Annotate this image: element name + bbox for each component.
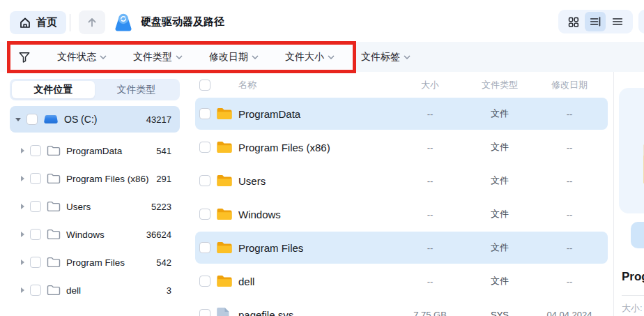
tree-item-users[interactable]: Users 5223	[10, 193, 180, 220]
table-row[interactable]: Windows -- 文件 --	[195, 198, 608, 230]
folder-outline-icon	[47, 285, 61, 296]
select-all-checkbox[interactable]	[199, 80, 210, 91]
caret-right-icon[interactable]	[21, 287, 24, 293]
checkbox[interactable]	[30, 229, 41, 240]
tab-file-location[interactable]: 文件位置	[12, 81, 95, 98]
folder-icon	[216, 207, 233, 221]
column-header-type[interactable]: 文件类型	[468, 79, 531, 91]
folder-icon	[216, 241, 233, 255]
file-size: --	[392, 142, 468, 153]
checkbox[interactable]	[30, 145, 41, 156]
checkbox[interactable]	[199, 209, 210, 220]
folder-outline-icon	[47, 229, 61, 240]
file-type: 文件	[468, 241, 531, 254]
checkbox[interactable]	[199, 175, 210, 186]
navigate-up-button[interactable]	[79, 10, 105, 34]
checkbox[interactable]	[26, 114, 38, 125]
table-row[interactable]: pagefile.sys 7.75 GB SYS 04.04.2024	[195, 299, 608, 316]
file-type: 文件	[468, 275, 531, 287]
checkbox[interactable]	[30, 257, 41, 268]
file-date: --	[531, 142, 608, 153]
detail-list-view-icon	[589, 15, 601, 28]
table-row[interactable]: Users -- 文件 --	[195, 165, 608, 197]
table-row[interactable]: dell -- 文件 --	[195, 265, 608, 297]
checkbox[interactable]	[30, 285, 41, 296]
grid-view-button[interactable]	[563, 12, 584, 31]
folder-outline-icon	[47, 173, 61, 184]
arrow-up-icon	[86, 16, 98, 29]
folder-outline-icon	[47, 145, 61, 156]
file-type: 文件	[468, 107, 531, 120]
recover-button[interactable]	[631, 222, 644, 248]
file-table: 名称 大小 文件类型 修改日期 ProgramData -- 文件 -- Pro…	[195, 72, 608, 316]
tree-item-count: 36624	[146, 230, 171, 240]
filter-label: 文件状态	[57, 51, 96, 63]
column-header-size[interactable]: 大小	[392, 79, 468, 91]
checkbox[interactable]	[199, 242, 210, 253]
filter-funnel-icon[interactable]	[18, 51, 31, 63]
tree-item-windows[interactable]: Windows 36624	[10, 220, 180, 248]
list-view-icon	[611, 15, 624, 28]
checkbox[interactable]	[199, 142, 210, 153]
tree-item-label: Program Files (x86)	[66, 174, 149, 184]
file-name: Users	[238, 175, 392, 187]
filter-file-size[interactable]: 文件大小	[285, 51, 335, 63]
caret-right-icon[interactable]	[21, 204, 24, 209]
tree-item-os-c[interactable]: OS (C:) 43217	[10, 106, 180, 133]
tab-file-type[interactable]: 文件类型	[95, 81, 178, 98]
folder-icon	[216, 274, 233, 288]
tree-item-program-files-x86[interactable]: Program Files (x86) 291	[10, 165, 180, 193]
filter-bar: 文件状态 文件类型 修改日期 文件大小 文件标签	[0, 42, 644, 72]
file-name: dell	[238, 276, 392, 287]
file-name: Windows	[238, 209, 392, 220]
partial-button-group[interactable]	[638, 10, 644, 33]
folder-outline-icon	[47, 257, 61, 268]
tree-item-programdata[interactable]: ProgramData 541	[10, 137, 180, 165]
checkbox[interactable]	[30, 201, 41, 212]
home-icon	[19, 17, 31, 29]
caret-right-icon[interactable]	[21, 232, 24, 237]
caret-down-icon[interactable]	[15, 118, 21, 121]
file-size: --	[392, 176, 468, 186]
disk-drive-icon	[43, 113, 59, 126]
filter-label: 文件大小	[285, 51, 324, 63]
home-button[interactable]: 首页	[10, 11, 66, 34]
chevron-down-icon	[100, 55, 107, 59]
tree-item-label: OS (C:)	[64, 114, 97, 125]
file-date: --	[531, 209, 608, 220]
tree-item-label: Program Files	[66, 257, 125, 268]
list-view-button[interactable]	[607, 12, 628, 31]
column-header-name[interactable]: 名称	[238, 79, 392, 91]
checkbox[interactable]	[30, 173, 41, 184]
file-icon	[216, 307, 233, 316]
tree-item-label: ProgramData	[66, 146, 122, 156]
caret-right-icon[interactable]	[21, 148, 24, 153]
table-row[interactable]: Program Files -- 文件 --	[195, 232, 608, 264]
preview-folder-icon	[638, 133, 644, 197]
tree-item-program-files[interactable]: Program Files 542	[10, 248, 180, 276]
filter-file-tag[interactable]: 文件标签	[361, 51, 411, 63]
detail-divider	[622, 295, 644, 296]
table-row[interactable]: Program Files (x86) -- 文件 --	[195, 131, 608, 163]
column-header-date[interactable]: 修改日期	[531, 79, 608, 91]
tree-item-count: 43217	[146, 114, 171, 125]
caret-right-icon[interactable]	[21, 176, 24, 181]
caret-right-icon[interactable]	[21, 259, 24, 265]
filter-file-type[interactable]: 文件类型	[133, 51, 183, 63]
file-date: --	[531, 276, 608, 287]
filter-file-status[interactable]: 文件状态	[57, 51, 107, 63]
tree-item-count: 3	[167, 285, 171, 296]
table-header-row: 名称 大小 文件类型 修改日期	[195, 72, 608, 98]
tree-item-count: 541	[156, 146, 171, 156]
checkbox[interactable]	[199, 276, 210, 287]
filter-modified-date[interactable]: 修改日期	[209, 51, 259, 63]
tree-item-dell[interactable]: dell 3	[10, 276, 180, 304]
file-size: --	[392, 109, 468, 119]
file-date: --	[531, 176, 608, 186]
detail-list-view-button[interactable]	[585, 12, 606, 31]
checkbox[interactable]	[199, 108, 210, 119]
checkbox[interactable]	[199, 309, 210, 316]
file-size: --	[392, 209, 468, 220]
table-row[interactable]: ProgramData -- 文件 --	[195, 98, 608, 130]
home-label: 首页	[36, 16, 57, 29]
